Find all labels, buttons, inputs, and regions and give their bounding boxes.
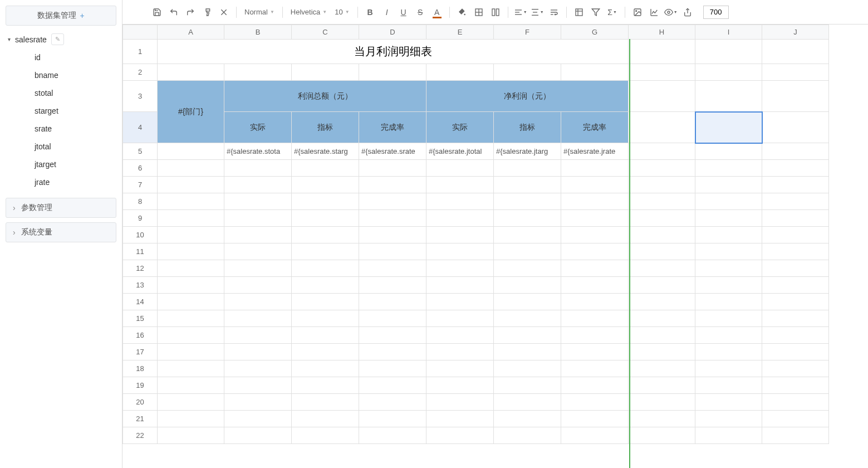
cell[interactable] [494, 260, 561, 277]
cell[interactable] [695, 81, 762, 112]
cell[interactable] [158, 411, 224, 427]
row-header[interactable]: 12 [123, 260, 158, 277]
cell[interactable] [695, 243, 762, 260]
row-header[interactable]: 3 [123, 81, 158, 112]
strikethrough-icon[interactable]: S [413, 4, 428, 20]
cell[interactable] [695, 427, 762, 444]
cell[interactable] [292, 427, 359, 444]
field-item[interactable]: jrate [35, 173, 116, 191]
cell[interactable] [359, 394, 426, 411]
cell[interactable] [494, 227, 561, 243]
cell[interactable] [158, 427, 224, 444]
cell[interactable] [762, 360, 829, 377]
cell[interactable] [762, 294, 829, 310]
cell[interactable] [629, 327, 695, 344]
cell[interactable] [426, 193, 494, 210]
cell[interactable] [695, 210, 762, 227]
cell[interactable] [629, 81, 695, 112]
cell[interactable] [695, 177, 762, 193]
cell[interactable] [494, 64, 561, 81]
underline-icon[interactable]: U [396, 4, 411, 20]
cell[interactable] [561, 377, 629, 394]
cell[interactable] [224, 360, 292, 377]
cell[interactable] [426, 277, 494, 294]
cell[interactable] [158, 210, 224, 227]
cell[interactable] [426, 360, 494, 377]
col-header[interactable]: F [494, 25, 561, 40]
sub-header-cell[interactable]: 实际 [426, 112, 494, 143]
cell[interactable] [695, 327, 762, 344]
cell[interactable] [695, 344, 762, 360]
cell[interactable] [359, 310, 426, 327]
cell[interactable] [494, 193, 561, 210]
row-header[interactable]: 1 [123, 40, 158, 64]
cell[interactable] [426, 227, 494, 243]
cell[interactable] [359, 344, 426, 360]
cell[interactable] [292, 360, 359, 377]
align-v-icon[interactable]: ▼ [529, 4, 545, 20]
cell[interactable] [224, 243, 292, 260]
align-h-icon[interactable]: ▼ [513, 4, 528, 20]
row-header[interactable]: 15 [123, 310, 158, 327]
cell[interactable] [762, 40, 829, 64]
save-icon[interactable] [149, 4, 165, 20]
row-header[interactable]: 13 [123, 277, 158, 294]
cell[interactable] [359, 360, 426, 377]
cell[interactable] [629, 411, 695, 427]
cell[interactable] [292, 411, 359, 427]
cell[interactable] [292, 177, 359, 193]
cell[interactable] [359, 64, 426, 81]
cell[interactable] [158, 377, 224, 394]
cell[interactable]: #{salesrate.srate [359, 143, 426, 160]
font-color-icon[interactable]: A [429, 4, 445, 20]
selected-cell[interactable] [695, 112, 762, 143]
sub-header-cell[interactable]: 完成率 [359, 112, 426, 143]
cell[interactable] [426, 327, 494, 344]
cell[interactable] [695, 377, 762, 394]
cell[interactable] [292, 227, 359, 243]
cell[interactable]: #{salesrate.jtarg [494, 143, 561, 160]
cell[interactable] [494, 344, 561, 360]
cell[interactable] [629, 344, 695, 360]
cell[interactable] [426, 411, 494, 427]
row-header[interactable]: 8 [123, 193, 158, 210]
cell[interactable] [158, 227, 224, 243]
cell[interactable] [561, 394, 629, 411]
cell[interactable] [359, 260, 426, 277]
cell[interactable] [426, 160, 494, 177]
cell[interactable] [158, 394, 224, 411]
profit-total-header[interactable]: 利润总额（元） [224, 81, 426, 112]
cell[interactable] [494, 210, 561, 227]
col-header[interactable]: B [224, 25, 292, 40]
cell[interactable] [494, 177, 561, 193]
cell[interactable] [224, 377, 292, 394]
cell[interactable] [494, 427, 561, 444]
cell[interactable] [629, 294, 695, 310]
cell[interactable] [359, 193, 426, 210]
row-header[interactable]: 16 [123, 327, 158, 344]
cell[interactable] [158, 277, 224, 294]
cell[interactable] [426, 377, 494, 394]
row-header[interactable]: 18 [123, 360, 158, 377]
cell[interactable] [561, 411, 629, 427]
cell[interactable] [629, 260, 695, 277]
cell[interactable] [158, 310, 224, 327]
filter-icon[interactable] [588, 4, 604, 20]
field-item[interactable]: starget [35, 102, 116, 120]
cell[interactable] [762, 193, 829, 210]
col-header[interactable]: D [359, 25, 426, 40]
cell[interactable] [695, 277, 762, 294]
cell[interactable] [224, 210, 292, 227]
cell[interactable] [695, 40, 762, 64]
row-header[interactable]: 6 [123, 160, 158, 177]
cell[interactable] [292, 310, 359, 327]
redo-icon[interactable] [183, 4, 198, 20]
cell[interactable] [629, 143, 695, 160]
cell[interactable] [762, 344, 829, 360]
cell[interactable]: #{salesrate.starg [292, 143, 359, 160]
chart-icon[interactable] [646, 4, 662, 20]
cell[interactable] [629, 394, 695, 411]
cell[interactable] [494, 327, 561, 344]
cell[interactable] [762, 112, 829, 143]
tree-node-salesrate[interactable]: ▾ salesrate ✎ [6, 30, 116, 48]
